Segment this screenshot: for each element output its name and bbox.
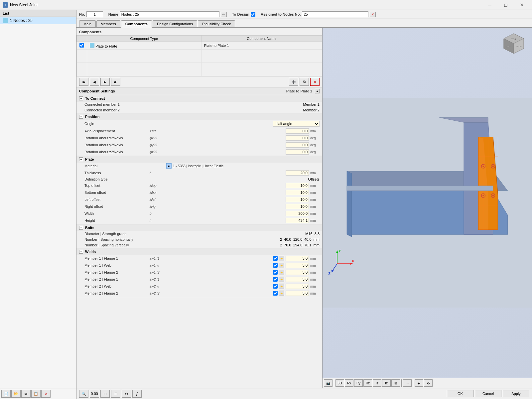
roty-input[interactable] [286, 142, 309, 148]
weld-m1f1-input[interactable] [286, 256, 309, 261]
view-canvas[interactable]: Y X Z [323, 28, 532, 378]
ok-btn[interactable]: OK [447, 390, 473, 397]
del-list-btn[interactable]: ✕ [41, 390, 51, 398]
weld-m1f1-check[interactable] [273, 256, 278, 261]
3d-cube-navigator[interactable]: TOP LEFT FRONT [502, 32, 525, 55]
height-input[interactable] [286, 218, 309, 223]
view-iz2-btn[interactable]: Iz [382, 379, 391, 387]
weld-m1f2-check[interactable] [273, 270, 278, 275]
view-mode-btn[interactable]: ⊞ [391, 379, 400, 387]
header-row: No. Name ✏ To Design Assigned to Nodes N… [76, 10, 532, 19]
lefoffset-input[interactable] [286, 197, 309, 202]
new-list-btn[interactable]: 📄 [1, 390, 11, 398]
view-render-btn[interactable]: ◈ [415, 379, 423, 387]
group-position-header[interactable]: − Position [76, 113, 322, 120]
rigoffset-input[interactable] [286, 204, 309, 209]
weld-m2f1-check[interactable] [273, 277, 278, 282]
weld-m2w-check[interactable] [273, 284, 278, 289]
view-more-btn[interactable]: ⋯ [403, 379, 412, 387]
open-list-btn[interactable]: 📂 [11, 390, 21, 398]
search-bottom-btn[interactable]: 🔍 [79, 390, 88, 398]
view-rz-btn[interactable]: Rz [363, 379, 372, 387]
axial-input[interactable] [286, 128, 309, 134]
maximize-btn[interactable]: □ [498, 0, 513, 10]
group-welds-header[interactable]: − Welds [76, 248, 322, 255]
snap-btn[interactable]: ⊙ [122, 390, 131, 398]
material-color-btn[interactable]: ■ [166, 163, 172, 169]
dup-list-btn[interactable]: ⧉ [21, 390, 31, 398]
tab-main[interactable]: Main [79, 20, 96, 27]
weld-m1w-input[interactable] [286, 263, 309, 268]
weld-m1w-check[interactable] [273, 263, 278, 268]
next-comp-btn[interactable]: ▶ [100, 78, 110, 86]
cs-scroll-up[interactable]: ▲ [315, 89, 320, 93]
group-bolts-header[interactable]: − Bolts [76, 224, 322, 231]
thickness-unit: mm [310, 171, 320, 175]
svg-text:FRONT: FRONT [516, 46, 523, 48]
select-btn[interactable]: □ [100, 390, 110, 398]
no-input[interactable] [86, 11, 103, 17]
paste-list-btn[interactable]: 📋 [31, 390, 41, 398]
view-screenshot-btn[interactable]: 📷 [324, 379, 332, 387]
comp-row-checkbox[interactable] [79, 43, 84, 48]
apply-btn[interactable]: Apply [503, 390, 529, 397]
topoffset-input[interactable] [286, 183, 309, 188]
del-comp-btn[interactable]: ✕ [310, 78, 320, 86]
first-comp-btn[interactable]: ⏮ [79, 78, 88, 86]
botoffset-input[interactable] [286, 190, 309, 195]
close-btn[interactable]: ✕ [514, 0, 529, 10]
bolt-h-s3: 40.0 [304, 237, 311, 241]
width-input[interactable] [286, 211, 309, 216]
weld-m2f2-input[interactable] [286, 291, 309, 296]
bolt-h-num: 2 [280, 237, 282, 241]
weld-m1f2-sym: aw1,f2 [150, 271, 166, 274]
collapse-position[interactable]: − [79, 115, 83, 119]
grid-btn[interactable]: ⊞ [111, 390, 120, 398]
rigoffset-sym: Δrig [150, 205, 166, 208]
thickness-input[interactable] [286, 170, 309, 176]
weld-m1f2-input[interactable] [286, 270, 309, 275]
assigned-edit-btn[interactable]: ✕ [370, 12, 376, 17]
bolt-horiz-value: 2 40.0 120.0 40.0 mm [166, 237, 322, 241]
dup-comp-btn[interactable]: ⧉ [300, 78, 309, 86]
name-input[interactable] [120, 11, 219, 17]
collapse-plate[interactable]: − [79, 157, 83, 161]
tab-design-config[interactable]: Design Configurations [153, 20, 197, 27]
prev-comp-btn[interactable]: ◀ [90, 78, 99, 86]
assigned-input[interactable] [302, 11, 368, 17]
weld-m2f2-check[interactable] [273, 291, 278, 296]
name-edit-btn[interactable]: ✏ [221, 12, 227, 17]
minimize-btn[interactable]: ─ [482, 0, 497, 10]
group-plate-header[interactable]: − Plate [76, 156, 322, 163]
func-btn[interactable]: ƒ [132, 390, 142, 398]
member1-value-text: Member 1 [303, 102, 320, 106]
weld-m2f1-input[interactable] [286, 277, 309, 282]
view-rx-btn[interactable]: Rx [345, 379, 353, 387]
origin-combo[interactable]: Half angle [273, 121, 320, 127]
weld-m2w-input[interactable] [286, 284, 309, 289]
collapse-to-connect[interactable]: − [79, 96, 83, 100]
add-comp-btn[interactable]: ➕ [289, 78, 298, 86]
view-settings-btn[interactable]: ⚙ [424, 379, 433, 387]
to-design-checkbox[interactable] [251, 12, 255, 17]
rotz-input[interactable] [286, 149, 309, 155]
collapse-bolts[interactable]: − [79, 226, 83, 230]
coord-btn[interactable]: 0.00 [90, 390, 99, 398]
content-split: Components Component Type Component Name [76, 28, 532, 388]
rotx-input[interactable] [286, 135, 309, 141]
material-label: Material [76, 164, 150, 168]
view-ry-btn[interactable]: Ry [354, 379, 363, 387]
cancel-btn[interactable]: Cancel [475, 390, 501, 397]
component-row[interactable]: Plate to Plate Plate to Plate 1 [77, 42, 322, 50]
view-iz-btn[interactable]: Iz [373, 379, 381, 387]
tab-members[interactable]: Members [96, 20, 120, 27]
view-3d-btn[interactable]: 3D [335, 379, 344, 387]
weld-m1w-value: ⚡ mm [166, 263, 322, 268]
collapse-welds[interactable]: − [79, 250, 83, 254]
tab-components[interactable]: Components [121, 20, 152, 28]
group-to-connect-header[interactable]: − To Connect [76, 95, 322, 102]
list-item[interactable]: 1 Nodes : 25 [0, 17, 76, 24]
last-comp-btn[interactable]: ⏭ [111, 78, 120, 86]
cs-row-weld-m2w: Member 2 | Web aw2,w ⚡ mm [76, 283, 322, 290]
tab-plausibility[interactable]: Plausibility Check [198, 20, 235, 27]
